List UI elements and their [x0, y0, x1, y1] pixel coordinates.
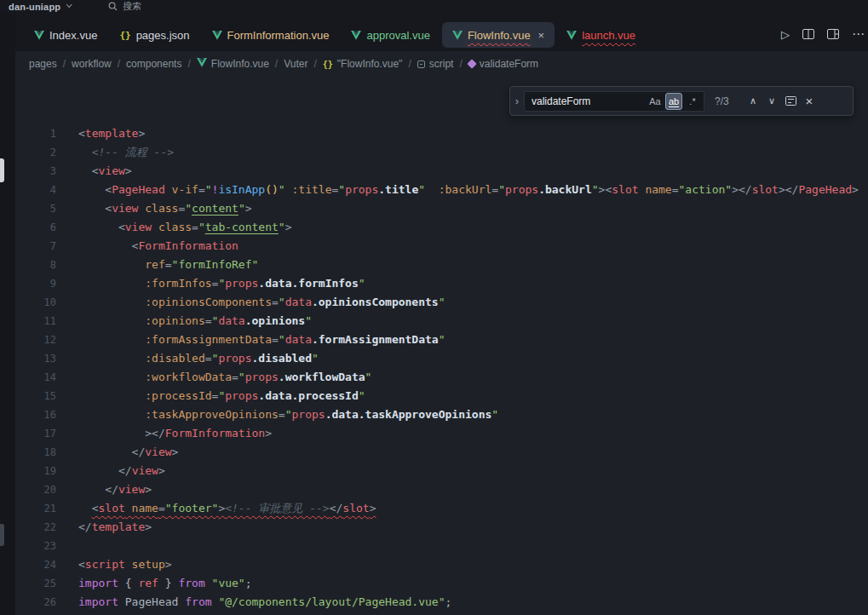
code-line[interactable]: 2 <!-- 流程 --> — [15, 143, 868, 162]
code-line[interactable]: 8 ref="formInfoRef" — [15, 256, 868, 274]
tab-launch-vue[interactable]: launch.vue — [556, 22, 646, 48]
editor-layout-button[interactable] — [827, 29, 839, 39]
tab-pages-json[interactable]: {}pages.json — [109, 22, 199, 48]
code-token: slot — [752, 183, 779, 196]
close-icon[interactable]: × — [800, 92, 819, 111]
find-widget: › Aa ab .* ?/3 ∧ ∨ × — [509, 86, 854, 116]
code-line[interactable]: 4 <PageHead v-if="!isInApp()" :title="pr… — [15, 181, 868, 199]
line-number[interactable]: 11 — [15, 312, 56, 330]
breadcrumb-item-flowinfo-vue[interactable]: {}"FlowInfo.vue" — [323, 58, 403, 70]
find-input[interactable] — [532, 95, 645, 107]
match-case-button[interactable]: Aa — [647, 93, 664, 110]
line-number[interactable]: 8 — [15, 256, 56, 274]
code-line[interactable]: 1<template> — [15, 124, 868, 143]
code-token: = — [158, 502, 165, 514]
code-line[interactable]: 14 :workflowData="props.workflowData" — [15, 368, 868, 387]
line-number[interactable]: 15 — [15, 387, 56, 405]
breadcrumb-item-components[interactable]: components — [126, 58, 181, 70]
code-line[interactable]: 24<script setup> — [15, 555, 868, 574]
code-line[interactable]: 7 <FormInformation — [15, 237, 868, 256]
line-number[interactable]: 13 — [15, 349, 56, 368]
code-line[interactable]: 9 :formInfos="props.data.formInfos" — [15, 274, 868, 293]
breadcrumb-item-vuter[interactable]: Vuter — [284, 58, 308, 70]
code-line[interactable]: 21 <slot name="footer"><!-- 审批意见 --></sl… — [15, 499, 868, 518]
code-line[interactable]: 19 </view> — [15, 462, 868, 480]
tab-label: launch.vue — [582, 29, 635, 42]
regex-button[interactable]: .* — [684, 93, 701, 110]
line-number[interactable]: 19 — [15, 462, 56, 480]
breadcrumb-item-flowinfo-vue[interactable]: FlowInfo.vue — [197, 58, 269, 70]
code-line[interactable]: 18 </view> — [15, 443, 868, 462]
line-number[interactable]: 5 — [15, 199, 56, 218]
code-line[interactable]: 5 <view class="content"> — [15, 199, 868, 218]
code-token: = — [491, 183, 498, 196]
whole-word-button[interactable]: ab — [665, 93, 682, 110]
line-number[interactable]: 17 — [15, 424, 56, 443]
code-token: class — [152, 221, 192, 233]
previous-match-button[interactable]: ∧ — [744, 92, 762, 111]
breadcrumb-item-pages[interactable]: pages — [29, 58, 57, 70]
code-token: tab-content — [205, 221, 279, 233]
tab-index-vue[interactable]: Index.vue — [24, 22, 107, 48]
code-line[interactable]: 10 :opinionsComponents="data.opinionsCom… — [15, 293, 868, 312]
tab-label: FlowInfo.vue — [468, 29, 531, 42]
line-number[interactable]: 16 — [15, 405, 56, 424]
line-number[interactable]: 23 — [15, 537, 56, 555]
line-number[interactable]: 6 — [15, 218, 56, 237]
code-token: { — [118, 577, 138, 589]
code-line[interactable]: 6 <view class="tab-content"> — [15, 218, 868, 237]
code-token — [78, 277, 145, 290]
breadcrumb-item-validateform[interactable]: validateForm — [468, 58, 538, 70]
line-number[interactable]: 18 — [15, 443, 56, 462]
code-line[interactable]: 13 :disabled="props.disabled" — [15, 349, 868, 368]
breadcrumb-item-workflow[interactable]: workflow — [72, 58, 112, 70]
close-icon[interactable]: × — [538, 30, 545, 41]
split-editor-button[interactable] — [802, 29, 814, 39]
code-line[interactable]: 23 — [15, 537, 868, 555]
code-line[interactable]: 26import PageHead from "@/components/lay… — [15, 593, 868, 612]
global-search[interactable]: 搜索 — [108, 0, 141, 13]
toggle-replace-chevron-icon[interactable]: › — [510, 95, 524, 107]
line-number[interactable]: 9 — [15, 274, 56, 293]
line-number[interactable]: 22 — [15, 518, 56, 537]
line-number[interactable]: 20 — [15, 480, 56, 499]
code-line[interactable]: 3 <view> — [15, 162, 868, 181]
breadcrumb-item-script[interactable]: script — [417, 58, 454, 70]
line-number[interactable]: 14 — [15, 368, 56, 387]
code-token: " — [239, 202, 245, 215]
project-menu[interactable]: dan-uniapp — [9, 2, 71, 12]
code-line[interactable]: 12 :formAssignmentData="data.formAssignm… — [15, 330, 868, 349]
code-line[interactable]: 17 ></FormInformation> — [15, 424, 868, 443]
code-line[interactable]: 15 :processId="props.data.processId" — [15, 387, 868, 405]
tab-flowinfo-vue[interactable]: FlowInfo.vue× — [442, 22, 555, 48]
find-in-selection-button[interactable] — [781, 92, 800, 111]
code-line[interactable]: 20 </view> — [15, 480, 868, 499]
code-line[interactable]: 11 :opinions="data.opinions" — [15, 312, 868, 330]
tab-approval-vue[interactable]: approval.vue — [341, 22, 440, 48]
editor[interactable]: 1<template>2 <!-- 流程 -->3 <view>4 <PageH… — [15, 77, 868, 615]
code-line[interactable]: 22</template> — [15, 518, 868, 537]
code-token: </ — [78, 464, 132, 477]
line-number[interactable]: 2 — [15, 143, 56, 162]
line-number[interactable]: 25 — [15, 574, 56, 593]
line-number[interactable]: 26 — [15, 593, 56, 612]
tab-forminformation-vue[interactable]: FormInformation.vue — [202, 22, 340, 48]
code-token: .data.formInfos — [258, 277, 358, 290]
line-number[interactable]: 3 — [15, 162, 56, 181]
line-number[interactable]: 1 — [15, 124, 56, 143]
code-token: " — [312, 352, 319, 365]
find-input-box[interactable]: Aa ab .* — [524, 91, 704, 112]
code-line[interactable]: 25import { ref } from "vue"; — [15, 574, 868, 593]
next-match-button[interactable]: ∨ — [762, 92, 781, 111]
run-button[interactable]: ▷ — [781, 28, 790, 41]
line-number[interactable]: 4 — [15, 181, 56, 199]
line-number[interactable]: 12 — [15, 330, 56, 349]
line-number[interactable]: 10 — [15, 293, 56, 312]
line-number[interactable]: 7 — [15, 237, 56, 256]
code-line[interactable]: 16 :taskApproveOpinions="props.data.task… — [15, 405, 868, 424]
more-actions-button[interactable]: ⋯ — [852, 26, 865, 42]
line-number[interactable]: 21 — [15, 499, 56, 518]
code-token — [78, 333, 145, 346]
line-number[interactable]: 24 — [15, 555, 56, 574]
code-token: " — [359, 277, 365, 290]
